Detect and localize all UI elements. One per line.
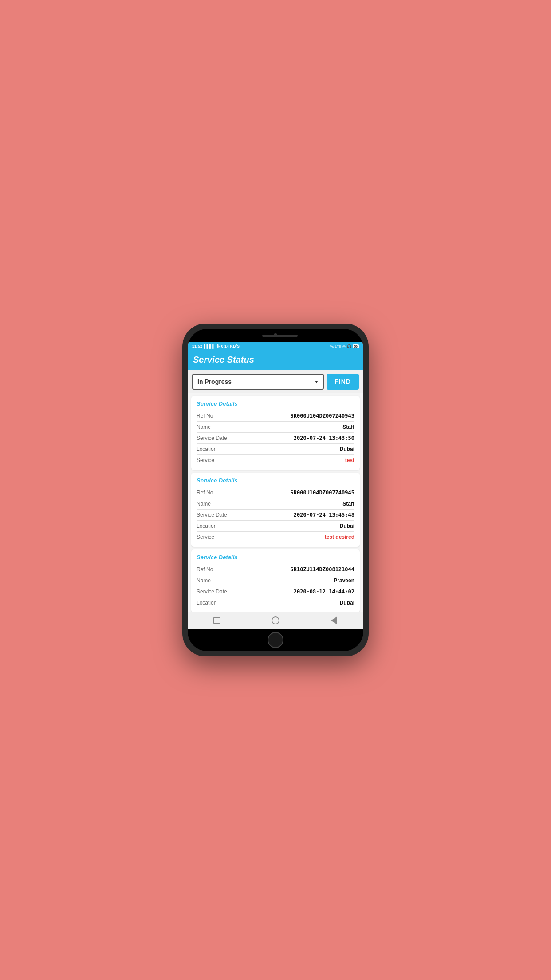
location-label-3: Location	[197, 600, 216, 606]
content-area: Service Details Ref No SR000U104DZ007Z40…	[188, 393, 363, 612]
volte-icon: Vo LTE	[330, 344, 342, 348]
phone-bottom	[188, 629, 363, 651]
ref-label-1: Ref No	[197, 413, 213, 419]
ref-value-3: SR10ZU114DZ008121044	[291, 566, 355, 573]
name-value-1: Staff	[342, 424, 354, 430]
name-row-2: Name Staff	[197, 498, 354, 510]
wifi-speed: 0.14 KB/S	[221, 344, 240, 348]
location-icon: ◎	[342, 344, 346, 348]
service-card-2: Service Details Ref No SR000U104DZ007Z40…	[191, 473, 360, 547]
ref-row-1: Ref No SR000U104DZ007Z40943	[197, 411, 354, 422]
name-row-1: Name Staff	[197, 422, 354, 433]
status-right: Vo LTE ◎ 🎧 50	[330, 344, 359, 348]
page-title: Service Status	[193, 355, 358, 365]
filter-row: In Progress ▼ FIND	[188, 370, 363, 393]
ref-row-2: Ref No SR000U104DZ007Z40945	[197, 487, 354, 498]
location-label-2: Location	[197, 523, 216, 529]
square-icon[interactable]	[212, 616, 222, 625]
dropdown-label: In Progress	[197, 378, 232, 385]
name-label-3: Name	[197, 577, 211, 584]
service-row-1: Service test	[197, 455, 354, 466]
ref-label-2: Ref No	[197, 490, 213, 496]
status-bar: 11:52 ▌▌▌▌ ⇅ 0.14 KB/S Vo LTE ◎ 🎧 50	[188, 342, 363, 350]
wifi-icon: ⇅	[216, 344, 220, 348]
date-row-3: Service Date 2020-08-12 14:44:02	[197, 586, 354, 597]
date-row-1: Service Date 2020-07-24 13:43:50	[197, 433, 354, 444]
ref-value-2: SR000U104DZ007Z40945	[291, 490, 355, 496]
status-left: 11:52 ▌▌▌▌ ⇅ 0.14 KB/S	[192, 344, 240, 348]
screen: 11:52 ▌▌▌▌ ⇅ 0.14 KB/S Vo LTE ◎ 🎧 50 Ser…	[188, 342, 363, 629]
service-label-1: Service	[197, 457, 214, 463]
ref-row-3: Ref No SR10ZU114DZ008121044	[197, 564, 354, 575]
service-row-2: Service test desired	[197, 532, 354, 542]
chevron-down-icon: ▼	[314, 379, 319, 384]
location-row-3: Location Dubai	[197, 597, 354, 608]
name-value-2: Staff	[342, 501, 354, 507]
location-value-3: Dubai	[340, 600, 354, 606]
date-value-2: 2020-07-24 13:45:48	[294, 512, 354, 518]
camera	[274, 333, 277, 337]
date-label-2: Service Date	[197, 512, 227, 518]
phone-top-bar	[188, 329, 363, 342]
card-title-2: Service Details	[197, 477, 354, 484]
speaker	[262, 335, 298, 337]
date-value-1: 2020-07-24 13:43:50	[294, 435, 354, 441]
date-value-3: 2020-08-12 14:44:02	[294, 589, 354, 595]
time: 11:52	[192, 344, 202, 348]
battery: 50	[353, 344, 359, 348]
ref-value-1: SR000U104DZ007Z40943	[291, 413, 355, 419]
service-value-1: test	[345, 457, 354, 463]
date-label-1: Service Date	[197, 435, 227, 441]
phone-inner: 11:52 ▌▌▌▌ ⇅ 0.14 KB/S Vo LTE ◎ 🎧 50 Ser…	[188, 329, 363, 651]
date-row-2: Service Date 2020-07-24 13:45:48	[197, 510, 354, 521]
name-label-1: Name	[197, 424, 211, 430]
back-icon[interactable]	[329, 616, 339, 625]
find-button[interactable]: FIND	[327, 374, 359, 390]
name-label-2: Name	[197, 501, 211, 507]
bottom-nav	[188, 612, 363, 629]
name-value-3: Praveen	[334, 577, 354, 584]
location-label-1: Location	[197, 446, 216, 452]
card-title-3: Service Details	[197, 554, 354, 561]
service-card-3: Service Details Ref No SR10ZU114DZ008121…	[191, 549, 360, 612]
app-header: Service Status	[188, 350, 363, 370]
service-card-1: Service Details Ref No SR000U104DZ007Z40…	[191, 396, 360, 470]
ref-label-3: Ref No	[197, 566, 213, 573]
signal-bars: ▌▌▌▌	[204, 344, 215, 348]
home-icon[interactable]	[271, 616, 280, 625]
status-dropdown[interactable]: In Progress ▼	[192, 374, 324, 390]
location-value-2: Dubai	[340, 523, 354, 529]
location-row-2: Location Dubai	[197, 521, 354, 532]
card-title-1: Service Details	[197, 400, 354, 407]
phone-frame: 11:52 ▌▌▌▌ ⇅ 0.14 KB/S Vo LTE ◎ 🎧 50 Ser…	[182, 324, 369, 656]
name-row-3: Name Praveen	[197, 575, 354, 586]
service-label-2: Service	[197, 534, 214, 540]
location-row-1: Location Dubai	[197, 444, 354, 455]
home-button[interactable]	[268, 632, 283, 648]
headset-icon: 🎧	[347, 344, 351, 348]
location-value-1: Dubai	[340, 446, 354, 452]
service-value-2: test desired	[325, 534, 354, 540]
date-label-3: Service Date	[197, 589, 227, 595]
